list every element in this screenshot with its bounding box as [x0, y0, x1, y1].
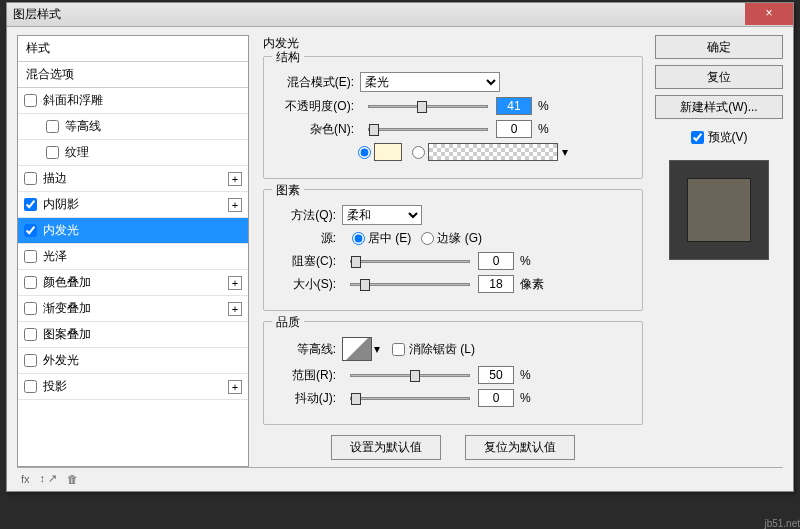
source-label: 源:: [278, 230, 336, 247]
titlebar[interactable]: 图层样式 ×: [7, 3, 793, 27]
preview-box: [669, 160, 769, 260]
add-effect-icon[interactable]: +: [228, 172, 242, 186]
color-solid-radio[interactable]: [358, 146, 371, 159]
source-center-label: 居中 (E): [368, 230, 411, 247]
cancel-button[interactable]: 复位: [655, 65, 783, 89]
chevron-down-icon[interactable]: ▾: [562, 145, 568, 159]
style-checkbox[interactable]: [24, 276, 37, 289]
contour-label: 等高线:: [278, 341, 336, 358]
set-default-button[interactable]: 设置为默认值: [331, 435, 441, 460]
style-checkbox[interactable]: [24, 354, 37, 367]
style-item-11[interactable]: 投影+: [18, 374, 248, 400]
quality-legend: 品质: [272, 314, 304, 331]
add-effect-icon[interactable]: +: [228, 276, 242, 290]
size-label: 大小(S):: [278, 276, 336, 293]
style-item-label: 内发光: [43, 222, 79, 239]
style-item-label: 描边: [43, 170, 67, 187]
contour-swatch[interactable]: [342, 337, 372, 361]
new-style-button[interactable]: 新建样式(W)...: [655, 95, 783, 119]
style-item-9[interactable]: 图案叠加: [18, 322, 248, 348]
style-item-3[interactable]: 描边+: [18, 166, 248, 192]
style-checkbox[interactable]: [24, 250, 37, 263]
jitter-label: 抖动(J):: [278, 390, 336, 407]
ok-button[interactable]: 确定: [655, 35, 783, 59]
style-item-label: 内阴影: [43, 196, 79, 213]
style-checkbox[interactable]: [24, 224, 37, 237]
choke-slider[interactable]: [350, 260, 470, 263]
style-item-label: 颜色叠加: [43, 274, 91, 291]
style-item-8[interactable]: 渐变叠加+: [18, 296, 248, 322]
fx-icon[interactable]: fx: [21, 473, 30, 485]
add-effect-icon[interactable]: +: [228, 198, 242, 212]
structure-group: 结构 混合模式(E): 柔光 不透明度(O): % 杂色(N): %: [263, 56, 643, 179]
style-checkbox[interactable]: [46, 146, 59, 159]
style-item-0[interactable]: 斜面和浮雕: [18, 88, 248, 114]
watermark: jb51.net: [764, 518, 800, 529]
noise-slider[interactable]: [368, 128, 488, 131]
source-center-radio[interactable]: [352, 232, 365, 245]
size-unit: 像素: [520, 276, 544, 293]
elements-group: 图素 方法(Q): 柔和 源: 居中 (E) 边缘 (G) 阻塞(C): %: [263, 189, 643, 311]
style-checkbox[interactable]: [24, 328, 37, 341]
style-item-1[interactable]: 等高线: [18, 114, 248, 140]
size-input[interactable]: [478, 275, 514, 293]
style-checkbox[interactable]: [24, 198, 37, 211]
range-unit: %: [520, 368, 531, 382]
color-swatch[interactable]: [374, 143, 402, 161]
dialog-content: 样式 混合选项 斜面和浮雕等高线纹理描边+内阴影+内发光光泽颜色叠加+渐变叠加+…: [7, 27, 793, 467]
elements-legend: 图素: [272, 182, 304, 199]
noise-unit: %: [538, 122, 549, 136]
range-input[interactable]: [478, 366, 514, 384]
style-item-label: 图案叠加: [43, 326, 91, 343]
opacity-label: 不透明度(O):: [278, 98, 354, 115]
add-effect-icon[interactable]: +: [228, 380, 242, 394]
preview-checkbox[interactable]: [691, 131, 704, 144]
style-checkbox[interactable]: [24, 302, 37, 315]
opacity-input[interactable]: [496, 97, 532, 115]
method-select[interactable]: 柔和: [342, 205, 422, 225]
quality-group: 品质 等高线: ▾ 消除锯齿 (L) 范围(R): % 抖动(J):: [263, 321, 643, 425]
jitter-slider[interactable]: [350, 397, 470, 400]
style-checkbox[interactable]: [46, 120, 59, 133]
chevron-down-icon[interactable]: ▾: [374, 342, 380, 356]
style-item-4[interactable]: 内阴影+: [18, 192, 248, 218]
style-checkbox[interactable]: [24, 172, 37, 185]
style-item-label: 纹理: [65, 144, 89, 161]
antialias-label: 消除锯齿 (L): [409, 341, 475, 358]
antialias-checkbox[interactable]: [392, 343, 405, 356]
close-button[interactable]: ×: [745, 3, 793, 25]
style-item-5[interactable]: 内发光: [18, 218, 248, 244]
choke-unit: %: [520, 254, 531, 268]
style-checkbox[interactable]: [24, 380, 37, 393]
opacity-unit: %: [538, 99, 549, 113]
gradient-swatch[interactable]: [428, 143, 558, 161]
structure-legend: 结构: [272, 49, 304, 66]
add-effect-icon[interactable]: +: [228, 302, 242, 316]
dialog-title: 图层样式: [13, 6, 61, 23]
range-slider[interactable]: [350, 374, 470, 377]
preview-toggle[interactable]: 预览(V): [655, 129, 783, 146]
choke-label: 阻塞(C):: [278, 253, 336, 270]
blend-mode-select[interactable]: 柔光: [360, 72, 500, 92]
opacity-slider[interactable]: [368, 105, 488, 108]
style-item-2[interactable]: 纹理: [18, 140, 248, 166]
styles-header[interactable]: 样式: [18, 36, 248, 62]
trash-icon[interactable]: 🗑: [67, 473, 78, 485]
style-item-7[interactable]: 颜色叠加+: [18, 270, 248, 296]
footer-arrows-icon[interactable]: ↕ ↗: [40, 472, 58, 485]
choke-input[interactable]: [478, 252, 514, 270]
style-checkbox[interactable]: [24, 94, 37, 107]
color-gradient-radio[interactable]: [412, 146, 425, 159]
jitter-input[interactable]: [478, 389, 514, 407]
size-slider[interactable]: [350, 283, 470, 286]
style-item-6[interactable]: 光泽: [18, 244, 248, 270]
right-panel: 确定 复位 新建样式(W)... 预览(V): [655, 27, 793, 467]
style-item-10[interactable]: 外发光: [18, 348, 248, 374]
source-edge-radio[interactable]: [421, 232, 434, 245]
blend-options-header[interactable]: 混合选项: [18, 62, 248, 88]
style-item-label: 外发光: [43, 352, 79, 369]
style-item-label: 投影: [43, 378, 67, 395]
noise-input[interactable]: [496, 120, 532, 138]
reset-default-button[interactable]: 复位为默认值: [465, 435, 575, 460]
panel-title: 内发光: [263, 35, 643, 52]
